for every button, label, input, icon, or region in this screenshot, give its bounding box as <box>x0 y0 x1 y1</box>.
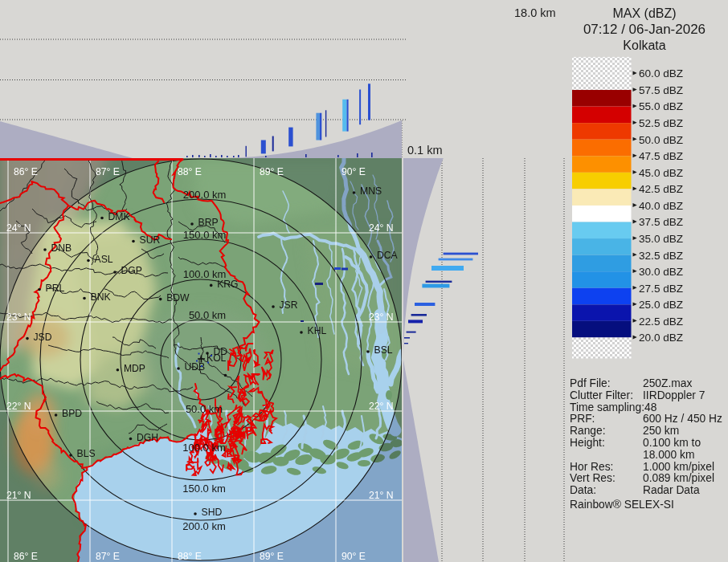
svg-text:Time sampling:48: Time sampling:48 <box>570 401 657 413</box>
svg-text:UDB: UDB <box>185 361 206 373</box>
svg-text:DGH: DGH <box>137 432 158 443</box>
svg-text:86° E: 86° E <box>14 551 38 562</box>
svg-text:BNK: BNK <box>91 291 111 303</box>
svg-text:27.5 dBZ: 27.5 dBZ <box>639 283 683 295</box>
svg-text:DCA: DCA <box>377 250 399 261</box>
svg-text:24° N: 24° N <box>6 222 31 234</box>
svg-text:60.0 dBZ: 60.0 dBZ <box>639 67 683 79</box>
svg-text:100.0 km: 100.0 km <box>182 442 225 454</box>
svg-text:BRP: BRP <box>198 217 219 228</box>
svg-text:22° N: 22° N <box>369 401 394 412</box>
svg-text:BSL: BSL <box>374 344 393 356</box>
svg-text:DMK: DMK <box>108 211 130 222</box>
svg-text:200.0 km: 200.0 km <box>183 189 226 201</box>
svg-text:07:12 / 06-Jan-2026: 07:12 / 06-Jan-2026 <box>583 22 706 37</box>
svg-text:20.0 dBZ: 20.0 dBZ <box>639 332 683 344</box>
svg-text:40.0 dBZ: 40.0 dBZ <box>639 200 683 212</box>
svg-text:Kolkata: Kolkata <box>623 39 665 52</box>
svg-text:Data:: Data: <box>570 484 596 496</box>
svg-text:55.0 dBZ: 55.0 dBZ <box>639 100 683 112</box>
svg-text:Vert Res:: Vert Res: <box>570 472 616 484</box>
svg-text:0.089 km/pixel: 0.089 km/pixel <box>643 472 714 484</box>
svg-text:89° E: 89° E <box>260 551 284 562</box>
svg-text:42.5 dBZ: 42.5 dBZ <box>639 183 683 195</box>
svg-text:57.5 dBZ: 57.5 dBZ <box>639 84 683 96</box>
svg-text:200.0 km: 200.0 km <box>182 520 225 532</box>
svg-text:Range:: Range: <box>570 425 606 437</box>
svg-text:Clutter Filter:: Clutter Filter: <box>570 389 633 401</box>
svg-text:32.5 dBZ: 32.5 dBZ <box>639 250 683 262</box>
svg-text:BDW: BDW <box>166 292 190 303</box>
svg-text:30.0 dBZ: 30.0 dBZ <box>639 266 683 278</box>
svg-text:21° N: 21° N <box>6 490 31 501</box>
svg-text:PRL: PRL <box>46 283 65 294</box>
svg-text:23° N: 23° N <box>369 312 394 323</box>
svg-text:Pdf File:: Pdf File: <box>570 377 611 389</box>
svg-text:50.0 dBZ: 50.0 dBZ <box>639 134 683 146</box>
svg-text:25.0 dBZ: 25.0 dBZ <box>639 299 683 311</box>
svg-text:47.5 dBZ: 47.5 dBZ <box>639 150 683 162</box>
svg-text:BLS: BLS <box>77 448 96 459</box>
svg-text:SUR: SUR <box>140 234 161 246</box>
svg-text:Height:: Height: <box>570 437 605 449</box>
svg-text:90° E: 90° E <box>342 166 366 177</box>
svg-text:88° E: 88° E <box>178 166 202 177</box>
svg-text:35.0 dBZ: 35.0 dBZ <box>639 233 683 245</box>
svg-text:SHD: SHD <box>202 507 223 518</box>
svg-text:150.0 km: 150.0 km <box>183 229 226 241</box>
svg-text:100.0 km: 100.0 km <box>183 268 226 280</box>
svg-text:52.5 dBZ: 52.5 dBZ <box>639 117 683 129</box>
svg-text:IIRDoppler 7: IIRDoppler 7 <box>643 389 705 401</box>
svg-text:250Z.max: 250Z.max <box>643 377 692 389</box>
svg-text:Hor Res:: Hor Res: <box>570 461 613 473</box>
svg-text:22.5 dBZ: 22.5 dBZ <box>639 316 683 328</box>
svg-text:18.0 km: 18.0 km <box>514 6 556 19</box>
svg-text:90° E: 90° E <box>342 551 366 562</box>
svg-text:18.000 km: 18.000 km <box>643 449 694 461</box>
svg-text:MDP: MDP <box>124 363 145 374</box>
svg-text:DNB: DNB <box>51 242 72 254</box>
svg-text:BPD: BPD <box>62 408 82 419</box>
svg-text:24° N: 24° N <box>369 222 394 234</box>
svg-text:JSD: JSD <box>34 332 52 343</box>
svg-text:ASL: ASL <box>95 254 113 265</box>
svg-text:MAX (dBZ): MAX (dBZ) <box>612 6 676 20</box>
svg-text:87° E: 87° E <box>96 166 120 177</box>
svg-text:1.000 km/pixel: 1.000 km/pixel <box>643 461 714 473</box>
svg-text:21° N: 21° N <box>369 490 394 501</box>
svg-text:KHL: KHL <box>308 325 327 336</box>
svg-text:22° N: 22° N <box>6 401 31 412</box>
svg-text:DGP: DGP <box>121 265 142 276</box>
svg-text:50.0 km: 50.0 km <box>189 309 226 321</box>
svg-text:37.5 dBZ: 37.5 dBZ <box>639 216 683 228</box>
svg-text:PRF:: PRF: <box>570 413 595 425</box>
svg-text:Radar Data: Radar Data <box>643 484 700 496</box>
svg-text:0.1 km: 0.1 km <box>407 144 443 157</box>
svg-text:MNS: MNS <box>360 185 382 197</box>
svg-text:50.0 km: 50.0 km <box>186 403 223 415</box>
svg-text:87° E: 87° E <box>96 551 120 562</box>
svg-text:0.100 km to: 0.100 km to <box>643 437 701 449</box>
svg-text:88° E: 88° E <box>178 551 202 562</box>
svg-text:89° E: 89° E <box>260 166 284 177</box>
svg-text:600 Hz / 450 Hz: 600 Hz / 450 Hz <box>643 413 722 425</box>
svg-text:86° E: 86° E <box>14 166 38 177</box>
svg-text:150.0 km: 150.0 km <box>182 483 225 495</box>
svg-text:JSR: JSR <box>280 299 298 311</box>
svg-text:Rainbow® SELEX-SI: Rainbow® SELEX-SI <box>570 499 674 511</box>
svg-text:23° N: 23° N <box>6 312 31 323</box>
svg-text:45.0 dBZ: 45.0 dBZ <box>639 167 683 179</box>
svg-text:250 km: 250 km <box>643 425 679 437</box>
svg-text:KOL: KOL <box>207 352 227 364</box>
